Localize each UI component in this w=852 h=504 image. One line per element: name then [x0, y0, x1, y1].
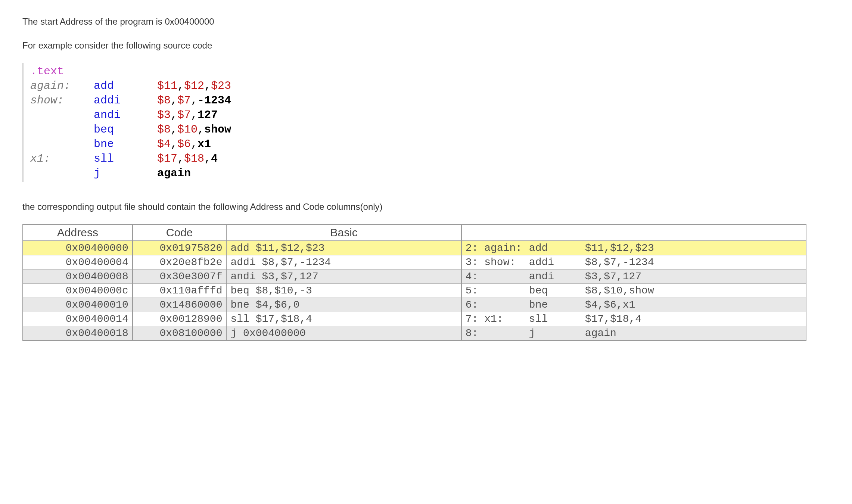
asm-register: $7: [177, 93, 191, 108]
asm-label: x1:: [30, 152, 94, 166]
asm-register: $23: [211, 79, 231, 93]
asm-comma: ,: [204, 152, 211, 166]
src-line-num: 3: show:: [466, 256, 529, 268]
col-header-source: [461, 224, 806, 241]
asm-register: $4: [157, 137, 171, 152]
asm-label: [30, 166, 94, 181]
src-args: $8,$7,-1234: [585, 256, 802, 268]
mips-output-table: Address Code Basic 0x004000000x01975820a…: [22, 224, 806, 341]
cell-address: 0x00400004: [23, 255, 133, 270]
outro-text: the corresponding output file should con…: [22, 200, 806, 214]
asm-args: $4,$6,x1: [157, 137, 211, 152]
src-line-num: 6:: [466, 299, 529, 311]
src-inst: andi: [529, 271, 585, 282]
table-row: 0x004000100x14860000bne $4,$6,06:bne$4,$…: [23, 298, 806, 312]
cell-address: 0x00400008: [23, 270, 133, 284]
table-row: 0x004000040x20e8fb2eaddi $8,$7,-12343: s…: [23, 255, 806, 270]
cell-source: 8:jagain: [461, 326, 806, 341]
src-line-num: 2: again:: [466, 242, 529, 254]
cell-basic: j 0x00400000: [226, 326, 461, 341]
cell-source: 3: show:addi$8,$7,-1234: [461, 255, 806, 270]
asm-comma: ,: [171, 93, 177, 108]
src-args: $8,$10,show: [585, 285, 802, 296]
asm-immediate: 4: [211, 152, 218, 166]
asm-immediate: -1234: [198, 93, 231, 108]
asm-label: [30, 122, 94, 137]
src-line-num: 4:: [466, 271, 529, 282]
intro-text-1: The start Address of the program is 0x00…: [22, 15, 806, 28]
src-args: $3,$7,127: [585, 271, 802, 282]
asm-target-label: x1: [198, 137, 211, 152]
asm-target-label: again: [157, 166, 191, 181]
cell-basic: bne $4,$6,0: [226, 298, 461, 312]
asm-args: $17,$18,4: [157, 152, 218, 166]
cell-code: 0x08100000: [133, 326, 227, 341]
asm-args: $11,$12,$23: [157, 79, 231, 93]
asm-target-label: show: [204, 122, 231, 137]
src-inst: beq: [529, 285, 585, 296]
asm-instruction: andi: [94, 108, 157, 122]
asm-comma: ,: [204, 79, 211, 93]
source-line: jagain: [30, 166, 806, 181]
cell-code: 0x14860000: [133, 298, 227, 312]
source-line: bne$4,$6,x1: [30, 137, 806, 152]
asm-comma: ,: [171, 122, 177, 137]
source-line: x1:sll$17,$18,4: [30, 152, 806, 166]
src-args: $17,$18,4: [585, 313, 802, 325]
asm-immediate: 127: [198, 108, 218, 122]
asm-instruction: add: [94, 79, 157, 93]
table-row: 0x004000080x30e3007fandi $3,$7,1274:andi…: [23, 270, 806, 284]
asm-register: $10: [177, 122, 198, 137]
asm-register: $17: [157, 152, 177, 166]
asm-label: [30, 108, 94, 122]
src-args: $4,$6,x1: [585, 299, 802, 311]
src-inst: j: [529, 327, 585, 339]
cell-code: 0x30e3007f: [133, 270, 227, 284]
cell-source: 6:bne$4,$6,x1: [461, 298, 806, 312]
source-line: andi$3,$7,127: [30, 108, 806, 122]
src-inst: add: [529, 242, 585, 254]
cell-address: 0x00400014: [23, 312, 133, 326]
table-row: 0x004000000x01975820add $11,$12,$232: ag…: [23, 241, 806, 255]
cell-address: 0x00400010: [23, 298, 133, 312]
cell-source: 2: again:add$11,$12,$23: [461, 241, 806, 255]
table-row: 0x004000180x08100000j 0x004000008:jagain: [23, 326, 806, 341]
asm-comma: ,: [191, 137, 198, 152]
asm-args: $3,$7,127: [157, 108, 218, 122]
asm-label: again:: [30, 79, 94, 93]
source-line: again:add$11,$12,$23: [30, 79, 806, 93]
asm-instruction: bne: [94, 137, 157, 152]
cell-code: 0x110afffd: [133, 284, 227, 298]
asm-comma: ,: [177, 79, 184, 93]
col-header-basic: Basic: [226, 224, 461, 241]
asm-comma: ,: [171, 137, 177, 152]
cell-source: 5:beq$8,$10,show: [461, 284, 806, 298]
asm-register: $8: [157, 93, 171, 108]
asm-instruction: j: [94, 166, 157, 181]
cell-basic: andi $3,$7,127: [226, 270, 461, 284]
asm-comma: ,: [171, 108, 177, 122]
table-header-row: Address Code Basic: [23, 224, 806, 241]
asm-args: $8,$10,show: [157, 122, 231, 137]
cell-source: 4:andi$3,$7,127: [461, 270, 806, 284]
src-args: $11,$12,$23: [585, 242, 802, 254]
asm-comma: ,: [177, 152, 184, 166]
source-line: show:addi$8,$7,-1234: [30, 93, 806, 108]
cell-source: 7: x1:sll$17,$18,4: [461, 312, 806, 326]
asm-register: $12: [184, 79, 204, 93]
asm-args: $8,$7,-1234: [157, 93, 231, 108]
asm-label: [30, 137, 94, 152]
asm-comma: ,: [191, 108, 198, 122]
asm-directive: .text: [30, 64, 64, 79]
cell-code: 0x00128900: [133, 312, 227, 326]
asm-args: again: [157, 166, 191, 181]
cell-code: 0x01975820: [133, 241, 227, 255]
asm-register: $7: [177, 108, 191, 122]
cell-address: 0x0040000c: [23, 284, 133, 298]
cell-basic: add $11,$12,$23: [226, 241, 461, 255]
cell-basic: sll $17,$18,4: [226, 312, 461, 326]
asm-register: $6: [177, 137, 191, 152]
asm-instruction: sll: [94, 152, 157, 166]
src-args: again: [585, 327, 802, 339]
cell-basic: addi $8,$7,-1234: [226, 255, 461, 270]
